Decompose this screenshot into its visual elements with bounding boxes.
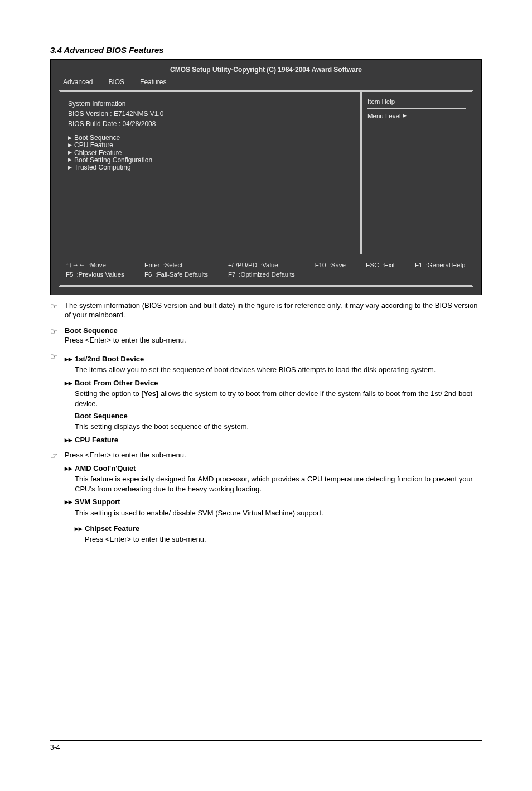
page-footer: 3-4: [50, 740, 482, 752]
footer-key-enter: Enter: [144, 261, 160, 270]
double-arrow-icon: ▸▸: [75, 524, 81, 534]
bios-tab-bios: BIOS: [108, 78, 124, 86]
triangle-right-icon: ▶: [403, 112, 407, 119]
note-cpu-group: ☞ Press <Enter> to enter the sub-menu. ▸…: [50, 450, 482, 544]
hand-icon: ☞: [50, 326, 60, 345]
sysinfo-label: System Information: [68, 99, 352, 109]
footer-key-pupd: +/-/PU/PD: [228, 261, 257, 270]
bios-item-trusted-computing[interactable]: ▶Trusted Computing: [68, 164, 352, 171]
bios-right-panel: Item Help Menu Level ▶: [360, 92, 472, 254]
note-text: Press <Enter> to enter the sub-menu.: [65, 335, 482, 345]
opt-title: CPU Feature: [75, 435, 118, 445]
double-arrow-icon: ▸▸: [65, 378, 71, 388]
bios-item-label: Trusted Computing: [74, 164, 131, 171]
footer-help: :General Help: [425, 261, 465, 270]
page: 3.4 Advanced BIOS Features CMOS Setup Ut…: [0, 0, 532, 791]
bios-tab-advanced: Advanced: [63, 78, 93, 86]
footer-exit: :Exit: [383, 261, 395, 270]
opt-body: Setting the option to [Yes] allows the s…: [65, 389, 482, 408]
double-arrow-icon: ▸▸: [65, 435, 71, 445]
opt-text-pre: Setting the option to: [75, 389, 141, 398]
opt-1st-2nd-boot: ▸▸1st/2nd Boot Device The items allow yo…: [65, 354, 482, 375]
triangle-right-icon: ▶: [68, 150, 72, 156]
opt-title: SVM Support: [75, 497, 120, 507]
bios-item-label: Chipset Feature: [74, 149, 122, 157]
arrows-icon: ↑↓→←: [66, 261, 85, 270]
opt-body: This feature is especially designed for …: [65, 474, 482, 494]
opt-title: 1st/2nd Boot Device: [75, 354, 144, 364]
bios-help-level-text: Menu Level: [367, 112, 400, 121]
sub-head: Boot Sequence: [75, 411, 482, 421]
bios-item-label: CPU Feature: [74, 142, 113, 149]
opt-title: AMD Cool'n'Quiet: [75, 464, 136, 474]
triangle-right-icon: ▶: [68, 143, 72, 148]
bios-item-boot-setting[interactable]: ▶Boot Setting Configuration: [68, 157, 352, 164]
bios-left-panel: System Information BIOS Version : E7142N…: [60, 92, 360, 254]
footer-key-f5: F5: [66, 271, 73, 279]
note-sysinfo: ☞ The system information (BIOS version a…: [50, 301, 482, 320]
note-text: Press <Enter> to enter the sub-menu.: [65, 450, 482, 460]
bios-item-label: Boot Setting Configuration: [74, 157, 152, 164]
opt-svm: ▸▸SVM Support This setting is used to en…: [65, 497, 482, 544]
note-head: Boot Sequence: [65, 326, 482, 336]
opt-body: The items allow you to set the sequence …: [65, 365, 482, 375]
sysinfo-bios-version: BIOS Version : E7142NMS V1.0: [68, 109, 352, 119]
footer-failsafe: :Fail-Safe Defaults: [155, 271, 208, 279]
sub-boot-sequence: Boot Sequence This setting displays the …: [65, 411, 482, 432]
opt-boot-other: ▸▸Boot From Other Device Setting the opt…: [65, 378, 482, 432]
bios-footer: ↑↓→←:Move F5:Previous Values Enter:Selec…: [59, 259, 473, 287]
footer-value: :Value: [260, 261, 278, 270]
triangle-right-icon: ▶: [68, 136, 72, 141]
triangle-right-icon: ▶: [68, 165, 72, 171]
opt-coolnquiet: ▸▸AMD Cool'n'Quiet This feature is espec…: [65, 464, 482, 494]
note-group: ☞ ▸▸1st/2nd Boot Device The items allow …: [50, 351, 482, 445]
hand-icon: ☞: [50, 450, 60, 544]
bios-help-level: Menu Level ▶: [367, 112, 466, 121]
footer-select: :Select: [163, 261, 182, 270]
bios-utility-title: CMOS Setup Utility-Copyright (C) 1984-20…: [51, 60, 481, 76]
opt-text-em: [Yes]: [141, 389, 158, 398]
footer-optimized: :Optimized Defaults: [239, 271, 294, 279]
footer-move: :Move: [89, 261, 106, 270]
footer-save: :Save: [330, 261, 346, 270]
note-boot-sequence: ☞ Boot Sequence Press <Enter> to enter t…: [50, 326, 482, 345]
bios-screen: CMOS Setup Utility-Copyright (C) 1984-20…: [50, 59, 482, 295]
bios-item-chipset-feature[interactable]: ▶Chipset Feature: [68, 149, 352, 157]
footer-prev-values: :Previous Values: [76, 271, 124, 279]
opt-body: Press <Enter> to enter the sub-menu.: [75, 534, 482, 544]
note-body: The system information (BIOS version and…: [65, 301, 482, 320]
hand-icon: ☞: [50, 351, 60, 445]
opt-cpu-feature: ▸▸CPU Feature: [65, 435, 482, 445]
bios-body: System Information BIOS Version : E7142N…: [59, 90, 473, 255]
double-arrow-icon: ▸▸: [65, 464, 71, 474]
sub-body: This setting displays the boot sequence …: [75, 422, 482, 432]
footer-key-f6: F6: [144, 271, 152, 279]
opt-body: This setting is used to enable/ disable …: [65, 508, 482, 518]
footer-key-esc: ESC: [366, 261, 379, 270]
footer-key-f10: F10: [315, 261, 326, 270]
bios-item-cpu-feature[interactable]: ▶CPU Feature: [68, 142, 352, 149]
double-arrow-icon: ▸▸: [65, 354, 71, 364]
footer-key-f1: F1: [415, 261, 422, 270]
triangle-right-icon: ▶: [68, 157, 72, 163]
double-arrow-icon: ▸▸: [65, 497, 71, 507]
bios-help-title: Item Help: [367, 98, 466, 109]
page-number: 3-4: [50, 743, 60, 752]
hand-icon: ☞: [50, 301, 60, 320]
opt-title: Boot From Other Device: [75, 378, 158, 388]
bios-tab-features: Features: [140, 78, 166, 86]
sysinfo-bios-date: BIOS Build Date : 04/28/2008: [68, 119, 352, 129]
bios-tabs: Advanced BIOS Features: [51, 76, 481, 90]
bios-menu-list: ▶Boot Sequence ▶CPU Feature ▶Chipset Fea…: [68, 134, 352, 171]
opt-title: Chipset Feature: [85, 524, 139, 534]
section-title: 3.4 Advanced BIOS Features: [50, 45, 482, 56]
footer-key-f7: F7: [228, 271, 235, 279]
bios-system-info: System Information BIOS Version : E7142N…: [68, 98, 352, 135]
